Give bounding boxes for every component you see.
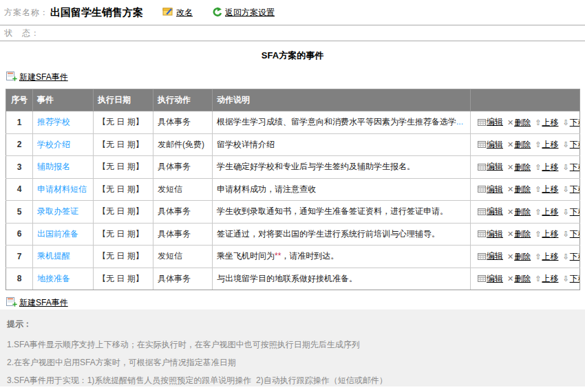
event-name-link[interactable]: 学校介绍 [37, 140, 70, 149]
event-cell: 出国前准备 [33, 223, 94, 246]
desc-ellipsis: ... [456, 117, 463, 127]
plan-name-label: 方案名称： [4, 7, 49, 19]
move-up-icon: ⇧ [535, 275, 541, 283]
tips-line-3: 3.SFA事件用于实现：1)系统提醒销售人员按照预定的跟单说明操作 2)自动执行… [7, 371, 578, 389]
desc-text: 与出境留学目的地联系做好接机准备。 [217, 274, 357, 283]
table-row: 2学校介绍【无 日 期】发邮件(免费)留学校详情介绍编辑✕删除⇧上移⇩下移 [6, 133, 580, 156]
row-actions-cell: 编辑✕删除⇧上移⇩下移 [471, 111, 580, 134]
tips-line-1: 1.SFA事件显示顺序支持上下移动；在实际执行时，在客户视图中也可按照执行日期先… [7, 336, 578, 353]
new-event-icon [6, 70, 17, 84]
event-name-link[interactable]: 出国前准备 [37, 229, 78, 239]
exec-action-cell: 发短信 [153, 246, 213, 268]
row-actions-cell: 编辑✕删除⇧上移⇩下移 [471, 246, 580, 268]
move-down-link[interactable]: 下移 [570, 206, 580, 218]
move-down-link[interactable]: 下移 [570, 228, 580, 240]
delete-row-link[interactable]: 删除 [514, 184, 531, 195]
move-down-icon: ⇩ [562, 230, 568, 238]
plan-name-value: 出国留学生销售方案 [50, 6, 143, 19]
delete-row-link[interactable]: 删除 [514, 139, 531, 151]
delete-row-link[interactable]: 删除 [514, 117, 531, 129]
event-name-link[interactable]: 录取办签证 [37, 206, 78, 216]
delete-icon: ✕ [507, 118, 513, 127]
exec-action-cell: 具体事务 [153, 156, 213, 179]
move-up-icon: ⇧ [535, 208, 541, 216]
edit-row-link[interactable]: 编辑 [487, 250, 503, 262]
move-down-icon: ⇩ [562, 164, 568, 171]
move-up-link[interactable]: 上移 [542, 228, 558, 240]
move-down-link[interactable]: 下移 [570, 273, 580, 285]
exec-date-cell: 【无 日 期】 [94, 246, 153, 268]
plan-header-bar: 方案名称： 出国留学生销售方案 改名 返回方案设置 [0, 0, 585, 25]
move-down-icon: ⇩ [562, 119, 568, 127]
status-label: 状 态： [4, 28, 40, 39]
event-cell: 推荐学校 [33, 111, 94, 134]
move-up-link[interactable]: 上移 [542, 184, 558, 195]
move-down-link[interactable]: 下移 [570, 251, 580, 263]
event-name-link[interactable]: 申请材料短信 [37, 184, 87, 194]
exec-action-cell: 具体事务 [153, 223, 213, 246]
edit-row-link[interactable]: 编辑 [487, 228, 503, 240]
edit-row-link[interactable]: 编辑 [487, 139, 503, 151]
table-row: 4申请材料短信【无 日 期】发短信申请材料成功，请注意查收编辑✕删除⇧上移⇩下移 [6, 178, 580, 201]
event-name-link[interactable]: 辅助报名 [37, 162, 70, 171]
row-number: 8 [6, 268, 33, 290]
exec-date-cell: 【无 日 期】 [94, 201, 153, 224]
delete-row-link[interactable]: 删除 [514, 273, 531, 285]
sfa-events-table: 序号事件执行日期执行动作动作说明 1推荐学校【无 日 期】具体事务根据学生学习成… [6, 89, 580, 290]
row-actions-cell: 编辑✕删除⇧上移⇩下移 [471, 178, 580, 201]
back-to-settings-link[interactable]: 返回方案设置 [225, 7, 275, 19]
move-up-icon: ⇧ [535, 119, 541, 127]
move-down-link[interactable]: 下移 [570, 139, 580, 151]
action-desc-cell: 学生确定好学校和专业后与学生签约及辅助学生报名。 [213, 156, 471, 179]
new-event-link-bottom[interactable]: 新建SFA事件 [19, 297, 68, 309]
edit-row-link[interactable]: 编辑 [487, 273, 503, 285]
exec-action-cell: 具体事务 [153, 111, 213, 134]
move-down-link[interactable]: 下移 [570, 162, 580, 173]
col-header-0: 序号 [6, 89, 33, 111]
exec-action-cell: 具体事务 [153, 201, 213, 224]
move-up-link[interactable]: 上移 [542, 273, 558, 285]
delete-row-link[interactable]: 删除 [514, 206, 531, 218]
delete-icon: ✕ [507, 163, 513, 172]
edit-row-link[interactable]: 编辑 [487, 184, 503, 195]
desc-text: 留学校详情介绍 [217, 140, 275, 149]
move-up-icon: ⇧ [535, 253, 541, 261]
exec-action-cell: 发邮件(免费) [153, 133, 213, 156]
move-up-link[interactable]: 上移 [542, 251, 558, 263]
move-up-link[interactable]: 上移 [542, 206, 558, 218]
move-up-link[interactable]: 上移 [542, 117, 558, 129]
move-down-link[interactable]: 下移 [570, 117, 580, 129]
action-desc-cell: 留学校详情介绍 [213, 133, 471, 156]
new-event-row-bottom: 新建SFA事件 [6, 296, 585, 309]
new-event-link-top[interactable]: 新建SFA事件 [19, 72, 68, 83]
desc-text: 签证通过，对将要出国的学生进行系统行前培训与心理辅导。 [217, 229, 440, 239]
table-row: 6出国前准备【无 日 期】具体事务签证通过，对将要出国的学生进行系统行前培训与心… [6, 223, 580, 246]
delete-row-link[interactable]: 删除 [514, 162, 531, 173]
move-down-link[interactable]: 下移 [570, 184, 580, 195]
rename-link[interactable]: 改名 [176, 7, 193, 19]
event-name-link[interactable]: 乘机提醒 [37, 251, 70, 261]
edit-row-link[interactable]: 编辑 [487, 116, 503, 128]
delete-row-link[interactable]: 删除 [514, 228, 531, 240]
new-event-row-top: 新建SFA事件 [6, 70, 585, 84]
event-name-link[interactable]: 推荐学校 [37, 117, 70, 127]
table-row: 3辅助报名【无 日 期】具体事务学生确定好学校和专业后与学生签约及辅助学生报名。… [6, 156, 580, 179]
row-number: 4 [6, 178, 33, 201]
event-cell: 录取办签证 [33, 201, 94, 224]
desc-text: ，请准时到达。 [281, 251, 339, 261]
action-desc-cell: 学生收到录取通知书，通知学生准备签证资料，进行签证申请。 [213, 201, 471, 224]
edit-icon [478, 274, 486, 283]
table-row: 8地接准备【无 日 期】具体事务与出境留学目的地联系做好接机准备。编辑✕删除⇧上… [6, 268, 580, 290]
event-name-link[interactable]: 地接准备 [37, 274, 70, 283]
row-number: 6 [6, 223, 33, 246]
row-actions-cell: 编辑✕删除⇧上移⇩下移 [471, 156, 580, 179]
move-up-link[interactable]: 上移 [542, 162, 558, 173]
edit-row-link[interactable]: 编辑 [487, 161, 503, 173]
move-up-link[interactable]: 上移 [542, 139, 558, 151]
delete-row-link[interactable]: 删除 [514, 251, 531, 263]
edit-row-link[interactable]: 编辑 [487, 206, 503, 217]
edit-icon [478, 140, 486, 149]
desc-text: ** [275, 251, 281, 261]
edit-icon [478, 163, 486, 171]
action-desc-cell: 乘坐飞机时间为**，请准时到达。 [213, 246, 471, 268]
